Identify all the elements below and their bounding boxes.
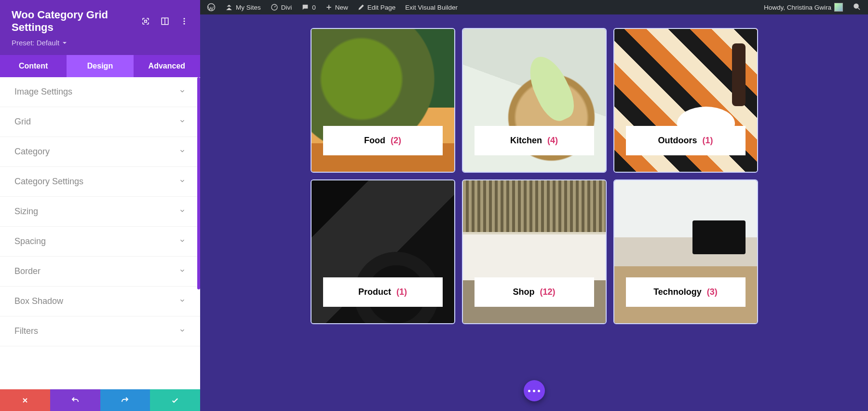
panel-title: Woo Category Grid Settings <box>12 9 141 34</box>
wp-adminbar: My Sites Divi 0 New Edit Page Exit Visua… <box>200 0 868 14</box>
save-button[interactable] <box>150 389 200 411</box>
category-count: (4) <box>547 136 558 145</box>
footer-actions <box>0 389 200 411</box>
page-canvas[interactable]: Food (2)Kitchen (4)Outdoors (1)Product (… <box>200 14 868 411</box>
user-greeting[interactable]: Howdy, Christina Gwira <box>764 3 843 12</box>
new-link[interactable]: New <box>326 4 348 11</box>
exit-label: Exit Visual Builder <box>405 4 458 11</box>
section-label: Image Settings <box>14 87 72 97</box>
preset-label: Preset: Default <box>12 39 59 47</box>
preview-area: My Sites Divi 0 New Edit Page Exit Visua… <box>200 0 868 411</box>
panel-header: Woo Category Grid Settings Preset: Defau… <box>0 0 200 55</box>
category-label: Technology (3) <box>626 277 746 307</box>
section-sizing[interactable]: Sizing <box>0 197 200 227</box>
chevron-down-icon <box>179 206 186 217</box>
chevron-down-icon <box>179 147 186 157</box>
dot-icon <box>528 390 530 392</box>
category-title: Shop <box>513 287 534 297</box>
category-title: Kitchen <box>510 136 542 145</box>
layout-icon[interactable] <box>161 17 169 26</box>
svg-rect-0 <box>145 20 147 23</box>
chevron-down-icon <box>179 117 186 127</box>
section-label: Category <box>14 147 50 157</box>
plus-icon <box>326 4 332 11</box>
settings-panel: Woo Category Grid Settings Preset: Defau… <box>0 0 200 411</box>
category-label: Product (1) <box>323 277 443 307</box>
category-card-outdoors[interactable]: Outdoors (1) <box>613 28 758 173</box>
adminbar-search[interactable] <box>853 2 861 13</box>
chevron-down-icon <box>179 177 186 187</box>
chevron-down-icon <box>179 326 186 336</box>
gauge-icon <box>271 3 278 11</box>
redo-icon <box>121 396 129 405</box>
kebab-menu-icon[interactable] <box>180 17 189 26</box>
sites-icon <box>225 3 233 11</box>
undo-button[interactable] <box>50 389 100 411</box>
section-label: Box Shadow <box>14 296 63 306</box>
cancel-button[interactable] <box>0 389 50 411</box>
greeting-text: Howdy, Christina Gwira <box>764 4 831 11</box>
dot-icon <box>538 390 540 392</box>
check-icon <box>171 396 179 405</box>
svg-point-3 <box>184 18 185 19</box>
design-sections[interactable]: Image SettingsGridCategoryCategory Setti… <box>0 77 200 389</box>
section-filters[interactable]: Filters <box>0 316 200 346</box>
pencil-icon <box>358 4 365 11</box>
section-box-shadow[interactable]: Box Shadow <box>0 287 200 316</box>
wordpress-icon <box>207 3 216 12</box>
category-label: Food (2) <box>323 126 443 155</box>
section-label: Category Settings <box>14 177 83 187</box>
category-title: Outdoors <box>658 136 697 145</box>
category-card-shop[interactable]: Shop (12) <box>462 179 607 324</box>
category-card-technology[interactable]: Technology (3) <box>613 179 758 324</box>
new-label: New <box>335 4 348 11</box>
section-category-settings[interactable]: Category Settings <box>0 167 200 197</box>
section-border[interactable]: Border <box>0 257 200 287</box>
expand-icon[interactable] <box>141 17 150 26</box>
section-label: Grid <box>14 117 31 127</box>
tab-content[interactable]: Content <box>0 55 67 77</box>
chevron-down-icon <box>179 266 186 276</box>
edit-page-link[interactable]: Edit Page <box>358 4 396 11</box>
section-label: Border <box>14 266 41 276</box>
section-label: Filters <box>14 326 38 336</box>
section-category[interactable]: Category <box>0 137 200 167</box>
category-grid: Food (2)Kitchen (4)Outdoors (1)Product (… <box>229 28 839 324</box>
category-count: (2) <box>391 136 401 145</box>
category-count: (3) <box>707 287 718 297</box>
category-label: Kitchen (4) <box>475 126 594 155</box>
category-title: Food <box>364 136 385 145</box>
undo-icon <box>71 396 80 405</box>
site-link[interactable]: Divi <box>271 3 292 11</box>
category-label: Shop (12) <box>475 277 594 307</box>
category-card-product[interactable]: Product (1) <box>311 179 455 324</box>
category-count: (12) <box>540 287 556 297</box>
section-image-settings[interactable]: Image Settings <box>0 77 200 107</box>
chevron-down-icon <box>179 87 186 97</box>
tab-advanced[interactable]: Advanced <box>134 55 200 77</box>
redo-button[interactable] <box>100 389 150 411</box>
section-label: Sizing <box>14 206 38 217</box>
comments-count: 0 <box>312 4 316 11</box>
category-label: Outdoors (1) <box>626 126 746 155</box>
edit-label: Edit Page <box>367 4 396 11</box>
comments-link[interactable]: 0 <box>301 3 316 11</box>
category-card-kitchen[interactable]: Kitchen (4) <box>462 28 607 173</box>
exit-builder-link[interactable]: Exit Visual Builder <box>405 4 458 11</box>
section-grid[interactable]: Grid <box>0 107 200 137</box>
wp-logo[interactable] <box>207 3 216 12</box>
my-sites-link[interactable]: My Sites <box>225 3 261 11</box>
section-spacing[interactable]: Spacing <box>0 227 200 257</box>
tab-design[interactable]: Design <box>67 55 133 77</box>
builder-fab[interactable] <box>524 380 545 401</box>
svg-point-8 <box>854 4 858 8</box>
avatar <box>834 3 843 12</box>
chevron-down-icon <box>179 296 186 306</box>
category-card-food[interactable]: Food (2) <box>311 28 455 173</box>
search-icon <box>853 2 861 11</box>
svg-point-5 <box>184 23 185 25</box>
preset-dropdown[interactable]: Preset: Default <box>12 39 67 47</box>
dot-icon <box>533 390 535 392</box>
chevron-down-icon <box>179 236 186 247</box>
category-title: Product <box>358 287 391 297</box>
